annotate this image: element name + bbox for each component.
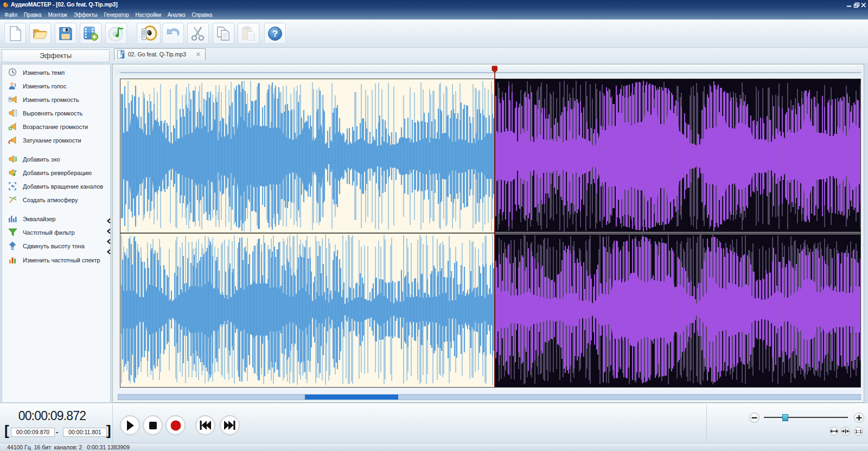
svg-text:1:1: 1:1 bbox=[855, 429, 862, 434]
svg-text:?: ? bbox=[272, 29, 278, 39]
